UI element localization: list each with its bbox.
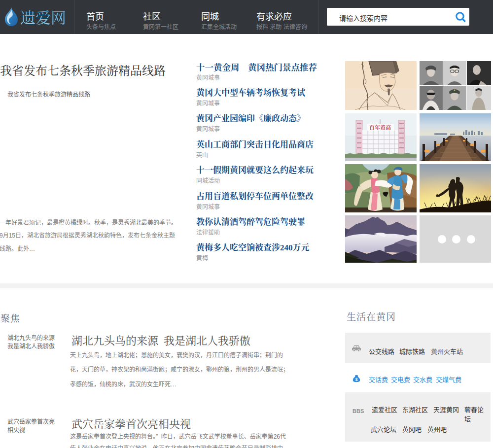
svg-text:$: $ — [355, 377, 358, 382]
svg-text:百年黄高: 百年黄高 — [369, 124, 391, 131]
